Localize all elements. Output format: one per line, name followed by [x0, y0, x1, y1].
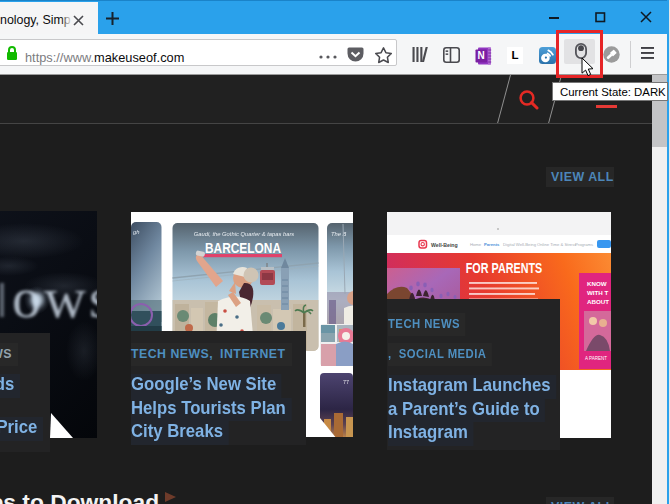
svg-text:gh: gh: [133, 229, 139, 235]
svg-text:FOR PARENTS: FOR PARENTS: [466, 259, 543, 276]
svg-text:Digital Well-Being: Digital Well-Being: [503, 242, 537, 247]
svg-text:N: N: [478, 50, 485, 61]
svg-text:A PARENT: A PARENT: [585, 356, 607, 361]
svg-text:KNOW: KNOW: [587, 280, 607, 287]
svg-text:ABOUT: ABOUT: [587, 298, 609, 305]
svg-text:Gaudi, the Gothic Quarter & ta: Gaudi, the Gothic Quarter & tapas bars: [194, 231, 295, 237]
svg-text:Programs: Programs: [575, 242, 593, 247]
svg-text:Home: Home: [470, 242, 482, 247]
svg-text:77: 77: [343, 379, 349, 385]
svg-text:WITH T: WITH T: [587, 289, 609, 296]
svg-text:Well-Being: Well-Being: [431, 242, 458, 248]
svg-text:The B: The B: [331, 231, 347, 237]
svg-text:BARCELONA: BARCELONA: [205, 240, 282, 256]
svg-text:Online Time & Stress: Online Time & Stress: [537, 242, 576, 247]
svg-text:Parents: Parents: [484, 242, 500, 247]
